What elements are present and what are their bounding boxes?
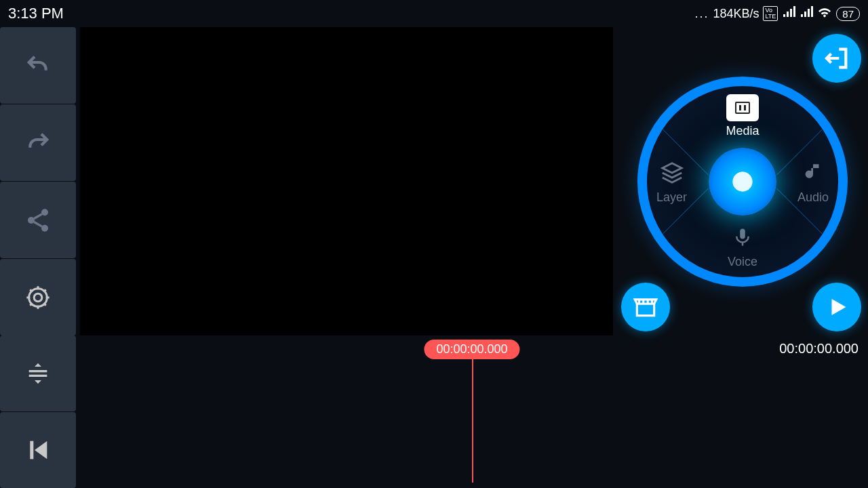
svg-rect-5 bbox=[736, 102, 749, 113]
layer-button[interactable]: Layer bbox=[656, 158, 687, 205]
status-icons: ... 184KB/s VoLTE 87 bbox=[694, 6, 860, 22]
svg-rect-9 bbox=[30, 441, 33, 460]
timeline-track[interactable]: 00:00:00.000 00:00:00.000 bbox=[76, 336, 868, 488]
settings-button[interactable] bbox=[0, 259, 76, 336]
android-status-bar: 3:13 PM ... 184KB/s VoLTE 87 bbox=[0, 0, 868, 27]
camera-capture-button[interactable] bbox=[709, 148, 776, 216]
left-toolbar bbox=[0, 27, 76, 336]
svg-rect-6 bbox=[739, 105, 741, 110]
media-wheel: Media Audio Voice Layer bbox=[637, 77, 848, 287]
share-button[interactable] bbox=[0, 182, 76, 258]
timeline-expand-button[interactable] bbox=[0, 336, 76, 411]
play-button[interactable] bbox=[812, 283, 861, 331]
clock: 3:13 PM bbox=[8, 5, 64, 22]
signal-icon-1 bbox=[782, 6, 795, 22]
media-wheel-panel: Media Audio Voice Layer bbox=[617, 27, 868, 336]
exit-button[interactable] bbox=[812, 34, 861, 83]
volte-icon: VoLTE bbox=[763, 6, 778, 21]
media-button[interactable]: Media bbox=[726, 94, 759, 138]
voice-button[interactable]: Voice bbox=[728, 222, 757, 269]
undo-button[interactable] bbox=[0, 27, 76, 104]
svg-point-0 bbox=[41, 209, 48, 216]
total-duration: 00:00:00.000 bbox=[779, 341, 859, 357]
wifi-icon bbox=[817, 6, 832, 22]
playhead-line[interactable] bbox=[472, 357, 473, 483]
svg-point-3 bbox=[34, 293, 42, 302]
video-preview[interactable] bbox=[80, 27, 613, 336]
battery-indicator: 87 bbox=[836, 7, 860, 21]
audio-button[interactable]: Audio bbox=[797, 158, 829, 205]
svg-rect-7 bbox=[744, 105, 746, 110]
svg-point-2 bbox=[41, 224, 48, 231]
redo-button[interactable] bbox=[0, 104, 76, 181]
store-button[interactable] bbox=[621, 283, 670, 331]
playhead-timecode: 00:00:00.000 bbox=[424, 340, 519, 359]
timeline-toolbar bbox=[0, 336, 76, 488]
jump-to-start-button[interactable] bbox=[0, 412, 76, 488]
signal-icon-2 bbox=[800, 6, 813, 22]
network-speed: 184KB/s bbox=[713, 7, 759, 21]
svg-rect-8 bbox=[740, 228, 745, 239]
svg-point-1 bbox=[28, 217, 35, 224]
